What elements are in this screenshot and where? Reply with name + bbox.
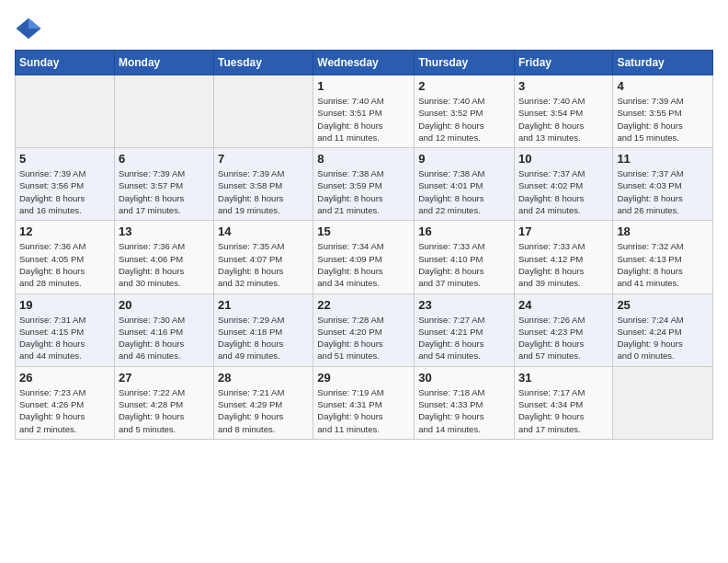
day-number: 1 xyxy=(317,79,410,93)
day-number: 26 xyxy=(19,371,110,385)
day-number: 29 xyxy=(317,371,410,385)
day-info: Sunrise: 7:39 AM Sunset: 3:57 PM Dayligh… xyxy=(119,167,210,216)
day-info: Sunrise: 7:24 AM Sunset: 4:24 PM Dayligh… xyxy=(617,314,709,362)
calendar-cell: 14Sunrise: 7:35 AM Sunset: 4:07 PM Dayli… xyxy=(214,221,313,293)
day-header-wednesday: Wednesday xyxy=(313,51,415,75)
day-number: 13 xyxy=(119,224,210,238)
day-info: Sunrise: 7:34 AM Sunset: 4:09 PM Dayligh… xyxy=(317,240,410,289)
day-info: Sunrise: 7:39 AM Sunset: 3:58 PM Dayligh… xyxy=(218,167,309,216)
calendar-cell xyxy=(214,75,313,148)
day-number: 2 xyxy=(418,79,510,93)
day-number: 11 xyxy=(617,152,709,166)
day-number: 10 xyxy=(518,152,609,166)
day-number: 23 xyxy=(418,298,510,312)
calendar-cell: 18Sunrise: 7:32 AM Sunset: 4:13 PM Dayli… xyxy=(613,221,713,293)
calendar-cell: 25Sunrise: 7:24 AM Sunset: 4:24 PM Dayli… xyxy=(613,293,713,366)
day-number: 8 xyxy=(317,152,410,166)
day-number: 25 xyxy=(617,298,709,312)
day-number: 7 xyxy=(218,152,309,166)
day-info: Sunrise: 7:33 AM Sunset: 4:10 PM Dayligh… xyxy=(418,240,510,289)
day-number: 14 xyxy=(218,224,309,238)
day-info: Sunrise: 7:22 AM Sunset: 4:28 PM Dayligh… xyxy=(119,386,210,435)
day-info: Sunrise: 7:38 AM Sunset: 3:59 PM Dayligh… xyxy=(317,167,410,216)
week-row-3: 12Sunrise: 7:36 AM Sunset: 4:05 PM Dayli… xyxy=(16,221,713,293)
calendar-cell: 4Sunrise: 7:39 AM Sunset: 3:55 PM Daylig… xyxy=(613,75,713,148)
week-row-2: 5Sunrise: 7:39 AM Sunset: 3:56 PM Daylig… xyxy=(16,148,713,221)
day-number: 30 xyxy=(418,371,510,385)
day-number: 15 xyxy=(317,224,410,238)
day-info: Sunrise: 7:37 AM Sunset: 4:02 PM Dayligh… xyxy=(518,167,609,216)
day-info: Sunrise: 7:27 AM Sunset: 4:21 PM Dayligh… xyxy=(418,314,510,362)
day-header-monday: Monday xyxy=(114,51,213,75)
day-number: 28 xyxy=(218,371,309,385)
week-row-1: 1Sunrise: 7:40 AM Sunset: 3:51 PM Daylig… xyxy=(16,75,713,148)
calendar: SundayMondayTuesdayWednesdayThursdayFrid… xyxy=(15,50,713,440)
day-info: Sunrise: 7:36 AM Sunset: 4:06 PM Dayligh… xyxy=(119,240,210,289)
calendar-cell: 27Sunrise: 7:22 AM Sunset: 4:28 PM Dayli… xyxy=(114,366,213,439)
calendar-cell: 17Sunrise: 7:33 AM Sunset: 4:12 PM Dayli… xyxy=(514,221,612,293)
day-info: Sunrise: 7:30 AM Sunset: 4:16 PM Dayligh… xyxy=(119,314,210,362)
week-row-5: 26Sunrise: 7:23 AM Sunset: 4:26 PM Dayli… xyxy=(16,366,713,439)
calendar-cell: 6Sunrise: 7:39 AM Sunset: 3:57 PM Daylig… xyxy=(114,148,213,221)
day-info: Sunrise: 7:19 AM Sunset: 4:31 PM Dayligh… xyxy=(317,386,410,435)
calendar-cell: 19Sunrise: 7:31 AM Sunset: 4:15 PM Dayli… xyxy=(16,293,115,366)
calendar-cell: 1Sunrise: 7:40 AM Sunset: 3:51 PM Daylig… xyxy=(313,75,415,148)
day-number: 4 xyxy=(617,79,709,93)
calendar-cell: 2Sunrise: 7:40 AM Sunset: 3:52 PM Daylig… xyxy=(415,75,515,148)
day-header-thursday: Thursday xyxy=(415,51,515,75)
logo-icon xyxy=(15,15,42,42)
day-info: Sunrise: 7:35 AM Sunset: 4:07 PM Dayligh… xyxy=(218,240,309,289)
day-number: 6 xyxy=(119,152,210,166)
calendar-cell: 20Sunrise: 7:30 AM Sunset: 4:16 PM Dayli… xyxy=(114,293,213,366)
calendar-cell: 13Sunrise: 7:36 AM Sunset: 4:06 PM Dayli… xyxy=(114,221,213,293)
calendar-cell: 8Sunrise: 7:38 AM Sunset: 3:59 PM Daylig… xyxy=(313,148,415,221)
day-number: 24 xyxy=(518,298,609,312)
day-info: Sunrise: 7:31 AM Sunset: 4:15 PM Dayligh… xyxy=(19,314,110,362)
day-info: Sunrise: 7:38 AM Sunset: 4:01 PM Dayligh… xyxy=(418,167,510,216)
calendar-cell: 26Sunrise: 7:23 AM Sunset: 4:26 PM Dayli… xyxy=(16,366,115,439)
day-number: 17 xyxy=(518,224,609,238)
calendar-cell: 29Sunrise: 7:19 AM Sunset: 4:31 PM Dayli… xyxy=(313,366,415,439)
calendar-cell: 7Sunrise: 7:39 AM Sunset: 3:58 PM Daylig… xyxy=(214,148,313,221)
day-number: 27 xyxy=(119,371,210,385)
day-number: 5 xyxy=(19,152,110,166)
calendar-cell: 11Sunrise: 7:37 AM Sunset: 4:03 PM Dayli… xyxy=(613,148,713,221)
day-number: 9 xyxy=(418,152,510,166)
calendar-cell: 23Sunrise: 7:27 AM Sunset: 4:21 PM Dayli… xyxy=(415,293,515,366)
calendar-cell xyxy=(16,75,115,148)
day-number: 19 xyxy=(19,298,110,312)
day-info: Sunrise: 7:23 AM Sunset: 4:26 PM Dayligh… xyxy=(19,386,110,435)
svg-marker-1 xyxy=(28,18,41,29)
day-number: 20 xyxy=(119,298,210,312)
calendar-cell xyxy=(613,366,713,439)
calendar-cell: 5Sunrise: 7:39 AM Sunset: 3:56 PM Daylig… xyxy=(16,148,115,221)
day-info: Sunrise: 7:18 AM Sunset: 4:33 PM Dayligh… xyxy=(418,386,510,435)
day-info: Sunrise: 7:21 AM Sunset: 4:29 PM Dayligh… xyxy=(218,386,309,435)
day-info: Sunrise: 7:39 AM Sunset: 3:56 PM Dayligh… xyxy=(19,167,110,216)
day-info: Sunrise: 7:40 AM Sunset: 3:52 PM Dayligh… xyxy=(418,95,510,144)
day-number: 3 xyxy=(518,79,609,93)
day-number: 21 xyxy=(218,298,309,312)
day-info: Sunrise: 7:29 AM Sunset: 4:18 PM Dayligh… xyxy=(218,314,309,362)
day-info: Sunrise: 7:26 AM Sunset: 4:23 PM Dayligh… xyxy=(518,314,609,362)
day-number: 22 xyxy=(317,298,410,312)
calendar-cell: 15Sunrise: 7:34 AM Sunset: 4:09 PM Dayli… xyxy=(313,221,415,293)
day-info: Sunrise: 7:17 AM Sunset: 4:34 PM Dayligh… xyxy=(518,386,609,435)
day-number: 31 xyxy=(518,371,609,385)
header-row: SundayMondayTuesdayWednesdayThursdayFrid… xyxy=(16,51,713,75)
calendar-cell: 3Sunrise: 7:40 AM Sunset: 3:54 PM Daylig… xyxy=(514,75,612,148)
day-header-tuesday: Tuesday xyxy=(214,51,313,75)
header xyxy=(15,15,713,42)
day-info: Sunrise: 7:28 AM Sunset: 4:20 PM Dayligh… xyxy=(317,314,410,362)
day-header-saturday: Saturday xyxy=(613,51,713,75)
day-header-sunday: Sunday xyxy=(16,51,115,75)
calendar-cell: 16Sunrise: 7:33 AM Sunset: 4:10 PM Dayli… xyxy=(415,221,515,293)
calendar-cell: 9Sunrise: 7:38 AM Sunset: 4:01 PM Daylig… xyxy=(415,148,515,221)
day-info: Sunrise: 7:40 AM Sunset: 3:51 PM Dayligh… xyxy=(317,95,410,144)
day-info: Sunrise: 7:32 AM Sunset: 4:13 PM Dayligh… xyxy=(617,240,709,289)
calendar-cell: 30Sunrise: 7:18 AM Sunset: 4:33 PM Dayli… xyxy=(415,366,515,439)
calendar-cell: 22Sunrise: 7:28 AM Sunset: 4:20 PM Dayli… xyxy=(313,293,415,366)
calendar-cell: 12Sunrise: 7:36 AM Sunset: 4:05 PM Dayli… xyxy=(16,221,115,293)
calendar-cell xyxy=(114,75,213,148)
calendar-cell: 28Sunrise: 7:21 AM Sunset: 4:29 PM Dayli… xyxy=(214,366,313,439)
